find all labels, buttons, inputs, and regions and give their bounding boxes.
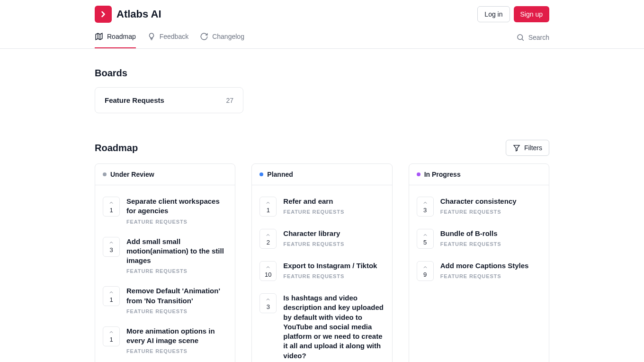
roadmap-heading: Roadmap xyxy=(95,143,138,154)
card-tag: FEATURE REQUESTS xyxy=(283,241,344,247)
roadmap-card[interactable]: 10Export to Instagram / TiktokFEATURE RE… xyxy=(259,255,388,288)
roadmap-columns: Under Review1Separate client workspaces … xyxy=(95,163,549,362)
card-title: Add more Captions Styles xyxy=(440,261,529,271)
vote-count: 1 xyxy=(109,296,113,303)
card-body: More animation options in every AI image… xyxy=(126,326,229,354)
vote-count: 1 xyxy=(109,336,113,343)
navbar: Roadmap Feedback Changelog Search xyxy=(0,27,644,49)
nav-label: Changelog xyxy=(212,33,244,40)
roadmap-column: Under Review1Separate client workspaces … xyxy=(95,163,235,362)
roadmap-card[interactable]: 1Remove Default 'Animation' from 'No Tra… xyxy=(103,281,231,321)
chevron-up-icon xyxy=(265,232,271,238)
card-body: Character libraryFEATURE REQUESTS xyxy=(283,229,344,249)
upvote-button[interactable]: 1 xyxy=(103,197,120,217)
roadmap-column: Planned1Refer and earnFEATURE REQUESTS2C… xyxy=(251,163,392,362)
nav-item-feedback[interactable]: Feedback xyxy=(147,27,188,48)
vote-count: 3 xyxy=(423,207,427,214)
roadmap-card[interactable]: 9Add more Captions StylesFEATURE REQUEST… xyxy=(417,255,545,288)
upvote-button[interactable]: 3 xyxy=(103,237,120,257)
nav-label: Feedback xyxy=(160,33,188,40)
roadmap-card[interactable]: 2Character libraryFEATURE REQUESTS xyxy=(259,223,388,255)
card-title: Remove Default 'Animation' from 'No Tran… xyxy=(126,286,229,306)
brand-name: Atlabs AI xyxy=(116,8,161,20)
card-tag: FEATURE REQUESTS xyxy=(440,209,517,215)
filters-button[interactable]: Filters xyxy=(506,140,549,156)
svg-marker-5 xyxy=(514,145,519,151)
upvote-button[interactable]: 1 xyxy=(103,286,120,306)
card-title: Is hashtags and video description and ke… xyxy=(283,293,386,361)
card-body: Export to Instagram / TiktokFEATURE REQU… xyxy=(283,261,377,281)
chevron-up-icon xyxy=(422,264,428,270)
upvote-button[interactable]: 5 xyxy=(417,229,434,249)
chevron-up-icon xyxy=(108,200,114,206)
chevron-up-icon xyxy=(265,264,271,270)
vote-count: 1 xyxy=(109,207,113,214)
nav-item-changelog[interactable]: Changelog xyxy=(200,27,244,48)
card-body: Separate client workspaces for agenciesF… xyxy=(126,197,229,225)
upvote-button[interactable]: 9 xyxy=(417,261,434,281)
roadmap-card[interactable]: 3Character consistencyFEATURE REQUESTS xyxy=(417,191,545,223)
card-tag: FEATURE REQUESTS xyxy=(283,209,344,215)
card-title: Separate client workspaces for agencies xyxy=(126,197,229,216)
card-title: Bundle of B-rolls xyxy=(440,229,501,238)
card-title: Add small small motion(animation) to the… xyxy=(126,237,229,266)
nav-item-roadmap[interactable]: Roadmap xyxy=(95,27,136,48)
sign-up-button[interactable]: Sign up xyxy=(514,6,549,22)
upvote-button[interactable]: 3 xyxy=(259,293,277,313)
roadmap-card[interactable]: 3Add small small motion(animation) to th… xyxy=(103,231,231,281)
svg-line-4 xyxy=(522,39,523,40)
search-link[interactable]: Search xyxy=(516,33,549,42)
roadmap-card[interactable]: 1More animation options in every AI imag… xyxy=(103,321,231,361)
card-tag: FEATURE REQUESTS xyxy=(126,268,229,274)
upvote-button[interactable]: 3 xyxy=(417,197,434,217)
column-body[interactable]: 1Separate client workspaces for agencies… xyxy=(95,185,235,362)
roadmap-card[interactable]: 1Refer and earnFEATURE REQUESTS xyxy=(259,191,388,223)
auth-buttons: Log in Sign up xyxy=(477,6,549,22)
vote-count: 9 xyxy=(423,271,427,278)
boards-heading: Boards xyxy=(95,68,549,79)
map-icon xyxy=(95,32,103,41)
lightbulb-icon xyxy=(147,32,156,41)
card-title: Character library xyxy=(283,229,344,238)
column-header: In Progress xyxy=(409,164,549,185)
svg-marker-0 xyxy=(96,33,102,40)
card-tag: FEATURE REQUESTS xyxy=(126,308,229,314)
card-title: Character consistency xyxy=(440,197,517,206)
upvote-button[interactable]: 10 xyxy=(259,261,277,281)
status-dot xyxy=(259,172,263,176)
roadmap-card[interactable]: 1Separate client workspaces for agencies… xyxy=(103,191,231,231)
vote-count: 10 xyxy=(265,271,271,278)
card-tag: FEATURE REQUESTS xyxy=(283,273,377,279)
brand-logo xyxy=(95,6,112,23)
upvote-button[interactable]: 1 xyxy=(259,197,277,217)
search-icon xyxy=(516,33,525,42)
chevron-up-icon xyxy=(422,200,428,206)
upvote-button[interactable]: 2 xyxy=(259,229,277,249)
nav-label: Roadmap xyxy=(107,33,136,40)
board-card-feature-requests[interactable]: Feature Requests 27 xyxy=(95,87,243,113)
card-body: Add small small motion(animation) to the… xyxy=(126,237,229,274)
roadmap-card[interactable]: 5Bundle of B-rollsFEATURE REQUESTS xyxy=(417,223,545,255)
header: Atlabs AI Log in Sign up xyxy=(0,0,644,27)
board-name: Feature Requests xyxy=(105,96,164,104)
column-body[interactable]: 3Character consistencyFEATURE REQUESTS5B… xyxy=(409,185,549,362)
upvote-button[interactable]: 1 xyxy=(103,326,120,346)
card-tag: FEATURE REQUESTS xyxy=(126,348,229,354)
card-title: More animation options in every AI image… xyxy=(126,326,229,346)
column-title: In Progress xyxy=(424,171,461,178)
column-title: Planned xyxy=(267,171,293,178)
brand[interactable]: Atlabs AI xyxy=(95,6,161,23)
card-body: Remove Default 'Animation' from 'No Tran… xyxy=(126,286,229,314)
card-tag: FEATURE REQUESTS xyxy=(440,273,529,279)
card-body: Refer and earnFEATURE REQUESTS xyxy=(283,197,344,217)
roadmap-card[interactable]: 3Is hashtags and video description and k… xyxy=(259,288,388,362)
log-in-button[interactable]: Log in xyxy=(477,6,510,22)
card-body: Add more Captions StylesFEATURE REQUESTS xyxy=(440,261,529,281)
card-body: Is hashtags and video description and ke… xyxy=(283,293,386,362)
roadmap-column: In Progress3Character consistencyFEATURE… xyxy=(409,163,549,362)
nav-left: Roadmap Feedback Changelog xyxy=(95,27,244,48)
column-body[interactable]: 1Refer and earnFEATURE REQUESTS2Characte… xyxy=(252,185,392,362)
chevron-up-icon xyxy=(108,329,114,335)
chevron-right-icon xyxy=(98,9,108,19)
vote-count: 1 xyxy=(267,207,270,214)
